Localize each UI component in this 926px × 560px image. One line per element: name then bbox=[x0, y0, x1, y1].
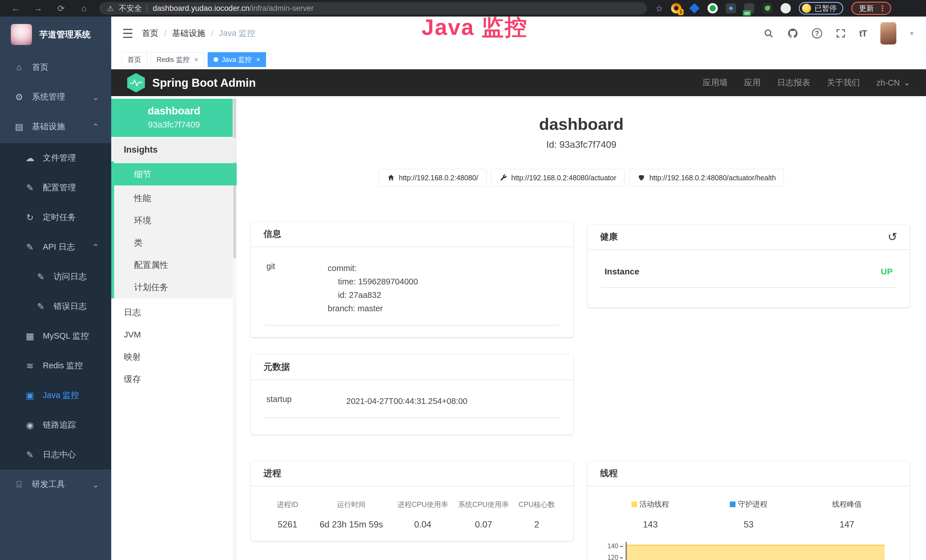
tab-home[interactable]: 首页 bbox=[121, 52, 147, 67]
sba-menu-jvm[interactable]: JVM bbox=[111, 324, 237, 346]
sba-insights-section: Insights 细节 性能 环境 类 配置属性 计划任务 bbox=[111, 138, 237, 298]
chevron-down-icon: ⌄ bbox=[904, 79, 910, 87]
extension-icon-blue-pin[interactable] bbox=[689, 3, 699, 14]
search-icon[interactable] bbox=[763, 28, 774, 38]
sidebar-item-dev-tools[interactable]: ⌺ 研发工具 ⌄ bbox=[0, 469, 111, 499]
threads-live-label: 活动线程 bbox=[639, 499, 669, 509]
reload-icon[interactable]: ⟳ bbox=[56, 3, 66, 14]
font-size-icon[interactable]: tT bbox=[859, 28, 867, 39]
app-title: 芋道管理系统 bbox=[39, 29, 91, 41]
github-icon[interactable] bbox=[787, 28, 798, 39]
extension-icon-green-inner bbox=[710, 5, 716, 11]
hamburger-icon[interactable]: ☰ bbox=[111, 26, 142, 41]
sidebar-item-redis-monitor[interactable]: ≋ Redis 监控 bbox=[0, 351, 111, 381]
extension-icon-green-circle[interactable] bbox=[708, 3, 718, 14]
sidebar-item-java-monitor[interactable]: ▣ Java 监控 bbox=[0, 381, 111, 410]
sba-menu-metrics[interactable]: 性能 bbox=[111, 187, 237, 209]
sba-menu-environment[interactable]: 环境 bbox=[111, 209, 237, 232]
user-avatar[interactable] bbox=[881, 22, 896, 44]
sba-menu-scheduled-tasks[interactable]: 计划任务 bbox=[111, 276, 237, 298]
app-logo-row[interactable]: 芋道管理系统 bbox=[0, 17, 111, 51]
app-logo-image bbox=[11, 24, 32, 45]
back-icon[interactable]: ← bbox=[10, 3, 21, 14]
sba-locale-selector[interactable]: zh-CN ⌄ bbox=[876, 78, 910, 88]
extension-icon-leaf-inner bbox=[765, 6, 770, 11]
sba-menu-mappings[interactable]: 映射 bbox=[111, 346, 237, 368]
sba-nav-applications[interactable]: 应用 bbox=[744, 77, 761, 88]
y-tick-140: 140 bbox=[607, 542, 623, 550]
sba-menu-classes[interactable]: 类 bbox=[111, 232, 237, 254]
process-card-title: 进程 bbox=[263, 467, 281, 479]
log-pencil-icon: ✎ bbox=[35, 301, 46, 312]
chevron-up-icon: ⌃ bbox=[92, 242, 99, 252]
profile-paused-chip[interactable]: 已暂停 bbox=[799, 2, 843, 15]
sidebar-item-infrastructure[interactable]: ▤ 基础设施 ⌃ bbox=[0, 112, 111, 141]
timer-icon: ↻ bbox=[24, 212, 35, 223]
process-card: 进程 进程ID 5261 运行时间 6d 23h 15m 59s 进程C bbox=[251, 461, 573, 541]
actuator-url-button[interactable]: http://192.168.0.2:48080/actuator bbox=[491, 169, 625, 186]
sidebar-item-system-management[interactable]: ⚙ 系统管理 ⌄ bbox=[0, 82, 111, 112]
tab-redis-monitor[interactable]: Redis 监控 × bbox=[151, 52, 204, 67]
sidebar-item-api-logs[interactable]: ✎ API 日志 ⌃ bbox=[0, 232, 111, 262]
sba-menu-logging[interactable]: 日志 bbox=[111, 301, 237, 324]
sidebar-item-file-management[interactable]: ☁ 文件管理 bbox=[0, 143, 111, 173]
extension-icon-grid[interactable] bbox=[726, 3, 736, 14]
page-instance-id: Id: 93a3fc7f7409 bbox=[237, 139, 926, 150]
extension-badge: 1 bbox=[678, 9, 683, 15]
browser-update-button[interactable]: 更新 ⋮ bbox=[851, 2, 891, 15]
sidebar-item-label: 研发工具 bbox=[32, 479, 65, 490]
breadcrumb-home[interactable]: 首页 bbox=[142, 28, 158, 39]
status-badge-up: UP bbox=[881, 267, 893, 277]
tab-java-monitor[interactable]: Java 监控 × bbox=[207, 52, 266, 67]
help-icon[interactable]: ? bbox=[812, 28, 822, 38]
threads-area-series bbox=[626, 545, 885, 560]
service-url-button[interactable]: http://192.168.0.2:48080/ bbox=[379, 169, 487, 186]
threads-stats: 活动线程 143 守护进程 53 bbox=[601, 499, 896, 530]
sba-menu-caches[interactable]: 缓存 bbox=[111, 368, 237, 390]
sba-nav-journal[interactable]: 日志报表 bbox=[777, 77, 810, 88]
sidebar-item-access-logs[interactable]: ✎ 访问日志 bbox=[0, 262, 111, 292]
extensions-puzzle-icon[interactable] bbox=[781, 3, 791, 14]
process-value-system-cpu: 0.07 bbox=[453, 519, 514, 530]
sidebar-item-home[interactable]: ⌂ 首页 bbox=[0, 53, 111, 82]
avatar-caret-icon[interactable]: ▾ bbox=[910, 29, 914, 37]
history-icon[interactable]: ↺ bbox=[888, 231, 897, 242]
process-col-uptime: 运行时间 6d 23h 15m 59s bbox=[310, 500, 392, 530]
browser-nav-buttons: ← → ⟳ ⌂ bbox=[0, 3, 99, 14]
security-label[interactable]: 不安全 bbox=[119, 3, 142, 14]
bookmark-star-icon[interactable]: ☆ bbox=[655, 3, 663, 14]
threads-card-title: 线程 bbox=[600, 467, 618, 479]
url-path[interactable]: /infra/admin-server bbox=[250, 4, 314, 12]
sidebar-item-log-center[interactable]: ✎ 日志中心 bbox=[0, 440, 111, 469]
sidebar-item-config-management[interactable]: ✎ 配置管理 bbox=[0, 173, 111, 203]
threads-card: 线程 活动线程 143 bbox=[587, 461, 910, 560]
close-icon[interactable]: × bbox=[194, 56, 198, 64]
sba-menu-details[interactable]: 细节 bbox=[111, 163, 237, 185]
sba-logo-icon[interactable] bbox=[127, 73, 145, 92]
close-icon[interactable]: × bbox=[256, 56, 260, 64]
extension-icon-orange[interactable]: 1 bbox=[671, 3, 681, 14]
home-icon[interactable]: ⌂ bbox=[79, 3, 89, 14]
health-url-button[interactable]: http://192.168.0.2:48080/actuator/health bbox=[629, 169, 784, 186]
sba-menu-config-props[interactable]: 配置属性 bbox=[111, 254, 237, 276]
sba-brand-title[interactable]: Spring Boot Admin bbox=[152, 76, 256, 89]
threads-chart-plot bbox=[626, 542, 885, 560]
browser-menu-kebab-icon[interactable]: ⋮ bbox=[878, 4, 887, 13]
sidebar-menu: ⌂ 首页 ⚙ 系统管理 ⌄ ▤ 基础设施 ⌃ ☁ 文件管理 ✎ 配置管 bbox=[0, 53, 111, 499]
sidebar-item-tracing[interactable]: ◉ 链路追踪 bbox=[0, 410, 111, 440]
sba-nav-wallboard[interactable]: 应用墙 bbox=[703, 77, 728, 88]
extension-icon-leaf[interactable] bbox=[762, 3, 773, 14]
fullscreen-icon[interactable] bbox=[836, 29, 846, 38]
breadcrumb-infrastructure[interactable]: 基础设施 bbox=[172, 28, 205, 39]
sidebar-item-error-logs[interactable]: ✎ 错误日志 bbox=[0, 292, 111, 321]
sba-nav-about[interactable]: 关于我们 bbox=[827, 77, 860, 88]
heartbeat-icon bbox=[637, 174, 645, 182]
address-bar[interactable]: ⚠ 不安全 dashboard.yudao.iocoder.cn/infra/a… bbox=[99, 2, 647, 15]
sidebar-item-mysql-monitor[interactable]: ▦ MySQL 监控 bbox=[0, 321, 111, 351]
extension-icon-on-switch[interactable]: on bbox=[744, 3, 754, 14]
url-host[interactable]: dashboard.yudao.iocoder.cn bbox=[153, 4, 249, 12]
forward-icon[interactable]: → bbox=[33, 3, 43, 14]
service-url-label: http://192.168.0.2:48080/ bbox=[399, 174, 478, 182]
extension-on-badge: on bbox=[743, 10, 751, 16]
sidebar-item-scheduled-jobs[interactable]: ↻ 定时任务 bbox=[0, 203, 111, 232]
